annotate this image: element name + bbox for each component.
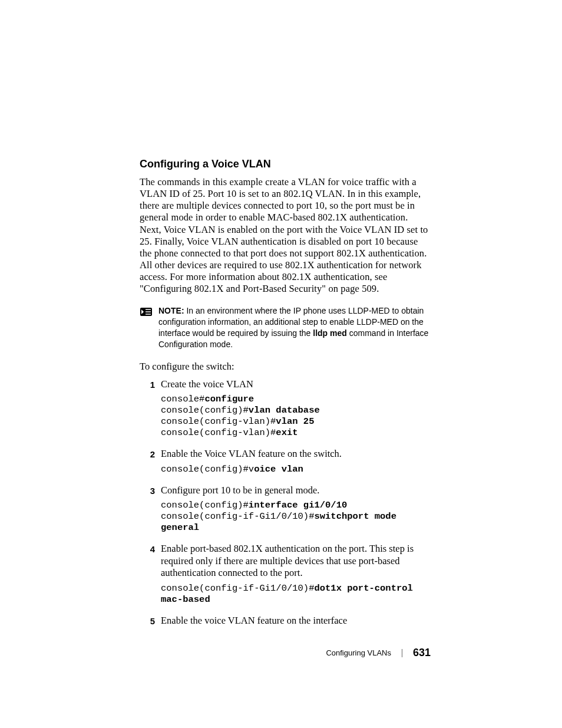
cmd-input: vlan database [249,405,320,416]
step-body: Enable the voice VLAN feature on the int… [161,615,431,631]
cmd-prompt: console# [161,394,204,404]
cmd-prompt: console(config-if-Gi1/0/10)# [161,583,314,594]
command-block: console(config)#voice vlan [161,464,431,475]
cmd-input: oice vlan [254,464,303,475]
step-body: Enable the Voice VLAN feature on the swi… [161,448,431,481]
footer-section-title: Configuring VLANs [326,648,391,657]
command-line: console(config-if-Gi1/0/10)#switchport m… [161,511,431,533]
step-number: 5 [140,615,155,626]
command-line: console(config-if-Gi1/0/10)#dot1x port-c… [161,583,431,605]
note-inline-command: lldp med [313,328,347,338]
page-footer: Configuring VLANs 631 [326,647,431,659]
cmd-input: interface gi1/0/10 [249,500,347,510]
cmd-prompt: console(config)#v [161,464,254,475]
step-number: 1 [140,378,155,390]
step-item: 4 Enable port-based 802.1X authenticatio… [140,543,431,611]
step-item: 3 Configure port 10 to be in general mod… [140,485,431,539]
command-block: console(config)#interface gi1/0/10 conso… [161,500,431,533]
note-text: NOTE: In an environment where the IP pho… [158,305,431,350]
step-number: 4 [140,543,155,554]
step-item: 5 Enable the voice VLAN feature on the i… [140,615,431,631]
step-body: Configure port 10 to be in general mode.… [161,485,431,539]
cmd-input: vlan 25 [276,416,314,427]
cmd-prompt: console(config-vlan)# [161,416,276,427]
page-root: Configuring a Voice VLAN The commands in… [0,0,562,728]
step-body: Enable port-based 802.1X authentication … [161,543,431,611]
command-line: console#configure [161,394,431,405]
footer-separator [402,649,402,657]
note-label: NOTE: [158,306,184,315]
cmd-prompt: console(config-if-Gi1/0/10)# [161,511,314,522]
command-line: console(config)#vlan database [161,405,431,416]
section-heading: Configuring a Voice VLAN [140,158,431,170]
step-item: 2 Enable the Voice VLAN feature on the s… [140,448,431,481]
footer-page-number: 631 [413,647,431,659]
step-description: Enable the voice VLAN feature on the int… [161,615,431,627]
command-block: console#configure console(config)#vlan d… [161,394,431,439]
command-line: console(config-vlan)#vlan 25 [161,416,431,427]
command-block: console(config-if-Gi1/0/10)#dot1x port-c… [161,583,431,605]
cmd-input: exit [276,427,297,438]
command-line: console(config-vlan)#exit [161,427,431,439]
note-icon [140,306,154,318]
step-body: Create the voice VLAN console#configure … [161,378,431,444]
cmd-prompt: console(config)# [161,500,249,510]
step-item: 1 Create the voice VLAN console#configur… [140,378,431,444]
step-number: 2 [140,448,155,459]
note-block: NOTE: In an environment where the IP pho… [140,305,431,350]
step-description: Enable port-based 802.1X authentication … [161,543,431,579]
step-description: Enable the Voice VLAN feature on the swi… [161,448,431,460]
intro-paragraph: The commands in this example create a VL… [140,176,431,295]
step-number: 3 [140,485,155,496]
cmd-input: configure [204,394,254,404]
steps-list: 1 Create the voice VLAN console#configur… [140,378,431,630]
command-line: console(config)#voice vlan [161,464,431,475]
step-description: Configure port 10 to be in general mode. [161,485,431,497]
cmd-prompt: console(config)# [161,405,249,416]
steps-lead-in: To configure the switch: [140,361,431,373]
step-description: Create the voice VLAN [161,378,431,391]
command-line: console(config)#interface gi1/0/10 [161,500,431,511]
cmd-prompt: console(config-vlan)# [161,427,276,438]
